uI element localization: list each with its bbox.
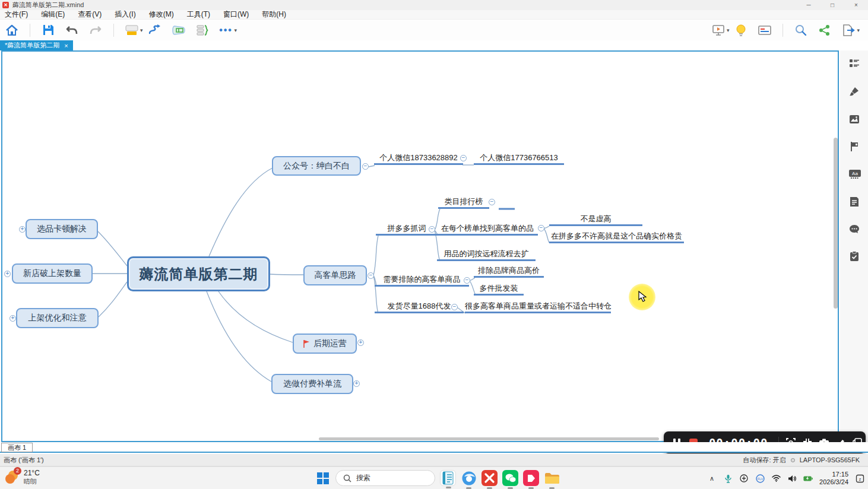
tab-label: *薅流简单版第二期 [5, 41, 59, 50]
collapse-badge-find[interactable]: − [538, 225, 544, 231]
horizontal-scrollbar[interactable] [319, 437, 659, 440]
topic-gongzhonghao[interactable]: 公众号：绅白不白 [272, 156, 361, 176]
topic-wechat-1[interactable]: 个人微信18733628892 [374, 153, 463, 165]
collapse-badge-ship[interactable]: − [451, 304, 458, 310]
tray-app-icon-2[interactable]: FLV [755, 474, 765, 483]
taskbar-app-notepad[interactable] [440, 470, 456, 486]
task-clipboard-icon[interactable] [849, 251, 860, 262]
topic-jiagegui[interactable]: 在拼多多不许高就是这个品确实价格贵 [549, 231, 684, 243]
image-panel-icon[interactable] [849, 114, 860, 125]
notes-panel-icon[interactable] [757, 23, 772, 38]
topic-shape-caret-icon[interactable]: ▾ [140, 27, 143, 33]
title-bar: ✕ 薅流简单版第二期.xmind ─ □ × [0, 0, 868, 10]
topic-heavy-goods[interactable]: 很多高客单商品重量或者运输不适合中转仓 [465, 301, 611, 313]
share-icon[interactable] [817, 23, 832, 38]
close-button[interactable]: × [844, 0, 868, 10]
topic-root[interactable]: 薅流简单版第二期 [127, 256, 270, 291]
expand-badge-fufei[interactable]: + [353, 380, 360, 387]
tray-date: 2026/3/24 [819, 478, 848, 486]
topic-houqi-yunying[interactable]: 后期运营 [293, 334, 357, 354]
menu-help[interactable]: 帮助(H) [262, 9, 286, 20]
topic-exclude[interactable]: 需要排除的高客单商品 [375, 274, 469, 287]
maximize-button[interactable]: □ [821, 0, 844, 10]
sheet-tab-canvas1[interactable]: 画布 1 [1, 443, 33, 452]
weather-widget[interactable]: 2 21°C 晴朗 [4, 469, 40, 485]
topic-yongpin-ci[interactable]: 用品的词按远程流程去扩 [437, 249, 536, 261]
collapse-badge-gongzhonghao[interactable]: − [362, 163, 369, 170]
more-tools-caret-icon[interactable]: ▾ [235, 27, 237, 33]
taskbar-app-file-explorer[interactable] [544, 470, 560, 486]
menu-view[interactable]: 查看(V) [78, 9, 102, 20]
presentation-icon[interactable] [711, 23, 726, 38]
relationship-icon[interactable] [147, 23, 163, 38]
presentation-caret-icon[interactable]: ▾ [727, 27, 730, 33]
menu-file[interactable]: 文件(F) [5, 9, 28, 20]
menu-tools[interactable]: 工具(T) [187, 9, 210, 20]
summary-icon[interactable] [195, 23, 210, 38]
window-title: 薅流简单版第二期.xmind [12, 1, 84, 9]
topic-shape-icon[interactable] [124, 23, 140, 38]
save-icon[interactable] [40, 23, 56, 38]
marker-flag-icon[interactable] [849, 141, 860, 152]
collapse-badge-rank[interactable]: − [489, 199, 495, 205]
taskbar-app-browser[interactable] [461, 470, 477, 486]
home-icon[interactable] [4, 23, 20, 38]
topic-gaokedan[interactable]: 高客单思路 [303, 265, 367, 285]
expand-badge-houqi[interactable]: + [357, 339, 364, 346]
topic-xindian[interactable]: 新店破上架数量 [12, 263, 93, 284]
undo-icon[interactable] [64, 23, 80, 38]
notification-center-icon[interactable]: z [855, 474, 864, 483]
search-icon[interactable] [793, 23, 809, 38]
tray-clock[interactable]: 17:15 2026/3/24 [819, 471, 848, 486]
comment-icon[interactable] [849, 224, 860, 234]
export-caret-icon[interactable]: ▾ [857, 27, 860, 33]
format-brush-icon[interactable] [849, 86, 860, 97]
redo-icon[interactable] [88, 23, 103, 38]
topic-fufei-budan[interactable]: 选做付费补单流 [271, 374, 353, 394]
tray-microphone-icon[interactable] [723, 474, 733, 483]
topic-leimu-rank[interactable]: 类目排行榜 [438, 196, 489, 209]
start-button[interactable] [315, 470, 331, 486]
menu-edit[interactable]: 编辑(E) [41, 9, 65, 20]
topic-exclude-brand[interactable]: 排除品牌商品高价 [474, 265, 544, 278]
outline-panel-icon[interactable] [849, 58, 860, 69]
taskbar-app-xmind[interactable] [481, 470, 498, 486]
minimize-button[interactable]: ─ [797, 0, 821, 10]
taskbar-search-input[interactable]: 搜索 [335, 470, 435, 486]
menu-window[interactable]: 窗口(W) [223, 9, 249, 20]
taskbar-app-wechat[interactable] [502, 470, 518, 486]
expand-badge-shangjia[interactable]: + [9, 315, 16, 322]
mindmap-canvas[interactable] [1, 50, 839, 442]
topic-wechat-2[interactable]: 个人微信17736766513 [474, 153, 564, 165]
tray-battery-icon[interactable] [803, 474, 813, 483]
topic-ship-1688[interactable]: 发货尽量1688代发 [375, 301, 464, 313]
topic-find-gaokedan[interactable]: 在每个榜单找到高客单的品 [437, 223, 538, 236]
topic-xuanpin[interactable]: 选品卡顿解决 [26, 219, 98, 239]
menu-modify[interactable]: 修改(M) [149, 9, 174, 20]
topic-bushixugao[interactable]: 不是虚高 [549, 214, 642, 226]
expand-badge-xindian[interactable]: + [4, 271, 11, 277]
tab-current-document[interactable]: *薅流简单版第二期 × [0, 40, 73, 50]
tab-close-icon[interactable]: × [64, 42, 68, 49]
vertical-scrollbar[interactable] [834, 138, 838, 309]
tray-wifi-icon[interactable] [771, 474, 781, 483]
idea-lightbulb-icon[interactable] [733, 23, 749, 38]
taskbar-app-pink[interactable] [523, 470, 539, 486]
menu-insert[interactable]: 插入(I) [115, 9, 135, 20]
topic-bulk-pack[interactable]: 多件批发装 [474, 283, 524, 296]
notes-icon[interactable] [849, 196, 860, 207]
tray-app-icon-1[interactable] [739, 474, 749, 483]
text-style-icon[interactable]: Aa [849, 169, 860, 179]
collapse-badge-exclude[interactable]: − [464, 277, 470, 284]
collapse-badge-gaokedan[interactable]: − [368, 272, 374, 279]
expand-badge-xuanpin[interactable]: + [19, 226, 26, 233]
more-tools-icon[interactable]: ••• [218, 23, 234, 38]
svg-text:Aa: Aa [852, 171, 858, 176]
tray-volume-icon[interactable] [787, 474, 797, 483]
collapse-badge-wechat1[interactable]: − [460, 155, 467, 161]
boundary-icon[interactable] [171, 23, 186, 38]
export-icon[interactable] [841, 23, 856, 38]
tray-chevron-icon[interactable]: ∧ [707, 474, 717, 483]
collapse-badge-zhuaci[interactable]: − [429, 226, 435, 233]
topic-shangjia[interactable]: 上架优化和注意 [16, 308, 99, 328]
